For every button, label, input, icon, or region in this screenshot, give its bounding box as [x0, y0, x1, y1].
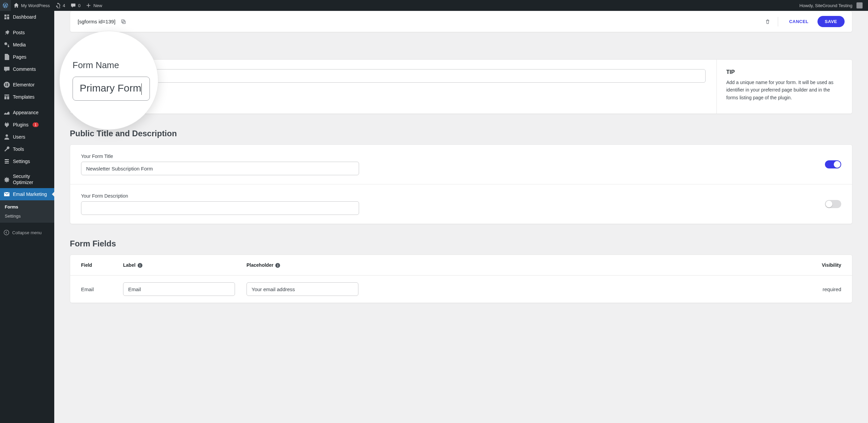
svg-rect-3 — [7, 83, 8, 84]
sidebar-item-templates[interactable]: Templates — [0, 91, 54, 103]
save-button[interactable]: SAVE — [817, 16, 845, 27]
svg-point-9 — [7, 163, 8, 164]
sidebar-label: Media — [13, 42, 26, 47]
refresh-icon — [55, 3, 61, 8]
delete-form-button[interactable] — [764, 18, 772, 26]
plugin-icon — [3, 121, 10, 128]
avatar — [856, 2, 863, 8]
copy-shortcode-button[interactable] — [119, 18, 127, 26]
media-icon — [3, 41, 10, 48]
title-visibility-toggle[interactable] — [825, 160, 841, 168]
form-name-input[interactable] — [81, 69, 706, 83]
form-title-label: Your Form Title — [81, 154, 359, 159]
new-content-link[interactable]: New — [83, 0, 105, 11]
form-description-label: Your Form Description — [81, 193, 359, 199]
collapse-menu[interactable]: Collapse menu — [0, 227, 54, 238]
main-content: [sgforms id=139] CANCEL SAVE TIP Add a u… — [54, 0, 868, 323]
home-icon — [14, 3, 19, 8]
info-icon[interactable]: i — [275, 263, 280, 268]
sidebar-item-comments[interactable]: Comments — [0, 63, 54, 75]
submenu-item-settings[interactable]: Settings — [0, 212, 54, 221]
svg-rect-5 — [7, 85, 8, 86]
form-title-input[interactable] — [81, 162, 359, 175]
site-name-text: My WordPress — [21, 3, 50, 8]
svg-point-11 — [4, 230, 9, 235]
sidebar-item-settings[interactable]: Settings — [0, 155, 54, 167]
email-marketing-icon — [3, 191, 10, 198]
tip-heading: TIP — [726, 69, 843, 75]
field-label-input[interactable] — [123, 282, 235, 296]
svg-rect-13 — [122, 20, 124, 22]
tip-body: Add a unique name for your form. It will… — [726, 79, 843, 101]
col-header-field: Field — [81, 262, 123, 268]
tools-icon — [3, 146, 10, 153]
sidebar-item-users[interactable]: Users — [0, 131, 54, 143]
gear-icon — [3, 176, 10, 183]
form-name-card: TIP Add a unique name for your form. It … — [70, 59, 852, 114]
comments-count: 0 — [78, 3, 80, 8]
sidebar-item-appearance[interactable]: Appearance — [0, 106, 54, 119]
zoom-lens: Form Name Primary Form — [60, 31, 158, 129]
user-icon — [3, 134, 10, 140]
templates-icon — [3, 94, 10, 100]
sidebar-item-plugins[interactable]: Plugins 1 — [0, 119, 54, 131]
sidebar-label: Settings — [13, 159, 30, 164]
field-row: Email required — [70, 276, 852, 303]
wp-admin-bar: My WordPress 4 0 New Howdy, SiteGround T… — [0, 0, 868, 11]
separator — [778, 17, 778, 26]
dashboard-icon — [3, 14, 10, 20]
howdy-text: Howdy, SiteGround Testing — [800, 3, 852, 8]
settings-icon — [3, 158, 10, 165]
sidebar-submenu: Forms Settings — [0, 200, 54, 223]
sidebar-item-media[interactable]: Media — [0, 39, 54, 51]
field-name: Email — [81, 286, 123, 292]
sidebar-label: Plugins — [13, 122, 28, 127]
pin-icon — [3, 29, 10, 36]
sidebar-label: Comments — [13, 66, 36, 72]
sidebar-label: Dashboard — [13, 14, 36, 20]
form-topbar: [sgforms id=139] CANCEL SAVE — [70, 11, 852, 32]
sidebar-item-dashboard[interactable]: Dashboard — [0, 11, 54, 23]
copy-icon — [121, 19, 126, 24]
updates-link[interactable]: 4 — [53, 0, 68, 11]
section-title-fields: Form Fields — [70, 239, 852, 248]
sidebar-label: Tools — [13, 146, 24, 152]
sidebar-label: Pages — [13, 54, 26, 60]
comments-link[interactable]: 0 — [68, 0, 83, 11]
col-header-visibility: Visibility — [811, 262, 841, 268]
sidebar-label: Email Marketing — [13, 192, 47, 197]
cancel-button[interactable]: CANCEL — [784, 16, 813, 27]
sidebar-label: SecurityOptimizer — [13, 174, 33, 185]
svg-rect-4 — [7, 84, 8, 85]
sidebar-label: Posts — [13, 30, 25, 35]
svg-point-8 — [5, 161, 6, 162]
svg-rect-2 — [5, 83, 6, 86]
sidebar-item-pages[interactable]: Pages — [0, 51, 54, 63]
field-placeholder-input[interactable] — [246, 282, 358, 296]
lens-form-name-input: Primary Form — [73, 77, 150, 100]
info-icon[interactable]: i — [138, 263, 142, 268]
form-fields-card: Field Labeli Placeholderi Visibility Ema… — [70, 255, 852, 303]
elementor-icon — [3, 81, 10, 88]
sidebar-item-elementor[interactable]: Elementor — [0, 79, 54, 91]
howdy-link[interactable]: Howdy, SiteGround Testing — [797, 0, 865, 11]
sidebar-label: Elementor — [13, 82, 35, 87]
wp-logo[interactable] — [0, 0, 11, 11]
sidebar-item-email-marketing[interactable]: Email Marketing — [0, 188, 54, 200]
site-name-link[interactable]: My WordPress — [11, 0, 53, 11]
sidebar-item-posts[interactable]: Posts — [0, 26, 54, 39]
submenu-item-forms[interactable]: Forms — [0, 202, 54, 212]
sidebar-item-security-optimizer[interactable]: SecurityOptimizer — [0, 171, 54, 188]
lens-form-name-label: Form Name — [73, 60, 150, 70]
svg-rect-12 — [123, 21, 125, 23]
svg-point-7 — [7, 159, 8, 160]
admin-sidebar: Dashboard Posts Media Pages Comments Ele… — [0, 11, 54, 423]
section-title-public: Public Title and Description — [70, 129, 852, 138]
public-card: Your Form Title Your Form Description — [70, 144, 852, 224]
sidebar-item-tools[interactable]: Tools — [0, 143, 54, 155]
text-cursor — [141, 83, 142, 95]
updates-count: 4 — [63, 3, 65, 8]
description-visibility-toggle[interactable] — [825, 200, 841, 208]
comment-icon — [71, 3, 76, 8]
form-description-input[interactable] — [81, 201, 359, 215]
